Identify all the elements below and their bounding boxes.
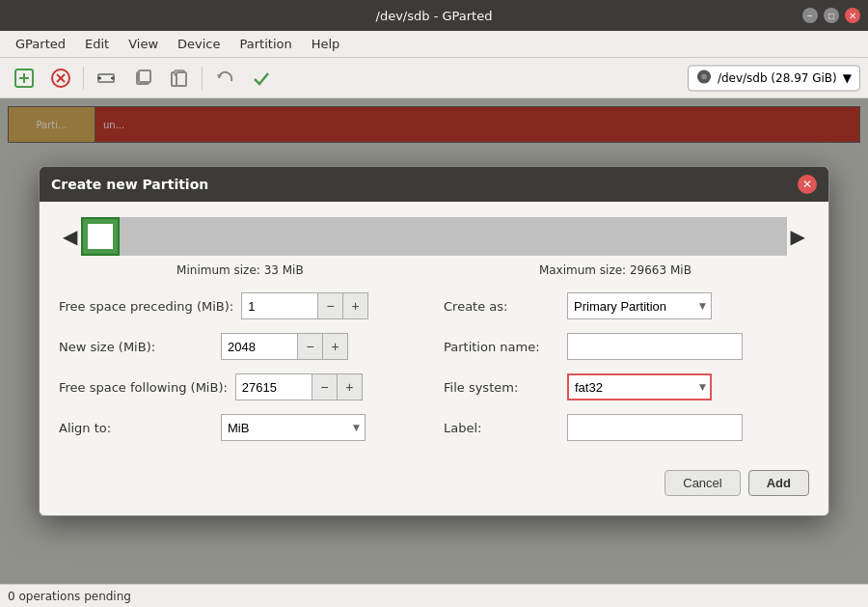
new-size-plus[interactable]: + [323,333,348,360]
size-info: Minimum size: 33 MiB Maximum size: 29663… [59,263,809,277]
label-label: Label: [444,421,559,435]
create-as-select[interactable]: Primary Partition Extended Partition Log… [567,292,712,319]
free-space-preceding-label: Free space preceding (MiB): [59,299,233,314]
device-dropdown-icon: ▼ [843,71,852,85]
window-close-button[interactable]: ✕ [845,8,860,23]
label-row: Label: [444,414,809,441]
disk-icon [696,69,712,87]
create-partition-dialog: Create new Partition ✕ ◀ ▶ Minim [39,166,829,516]
resize-move-button[interactable] [90,62,122,95]
dialog-footer: Cancel Add [59,470,809,496]
apply-button[interactable] [245,62,278,95]
visual-arrow-left[interactable]: ◀ [59,225,81,248]
cancel-button[interactable]: Cancel [665,470,740,496]
new-size-minus[interactable]: − [298,333,323,360]
toolbar: /dev/sdb (28.97 GiB) ▼ [0,58,868,98]
free-space-following-minus[interactable]: − [312,373,338,400]
create-as-label: Create as: [444,299,559,314]
free-space-following-input[interactable] [235,373,312,400]
copy-button[interactable] [126,62,159,95]
partition-green-section [81,217,120,256]
free-space-preceding-minus[interactable]: − [318,292,343,319]
dialog-body: ◀ ▶ Minimum size: 33 MiB Maximum size: 2… [40,202,828,515]
toolbar-separator-2 [202,67,203,90]
file-system-row: File system: fat32 ext4 ntfs btrfs xfs [444,373,809,400]
free-space-following-label: Free space following (MiB): [59,380,228,395]
form-left-column: Free space preceding (MiB): − + New size… [59,292,434,455]
window-title: /dev/sdb - GParted [376,9,493,23]
menu-edit[interactable]: Edit [77,35,117,53]
free-space-following-row: Free space following (MiB): − + [59,373,424,400]
create-as-row: Create as: Primary Partition Extended Pa… [444,292,809,319]
align-to-select-wrapper: MiB Cylinder None [221,414,366,441]
dialog-header: Create new Partition ✕ [40,167,828,202]
svg-rect-12 [139,70,150,82]
device-label: /dev/sdb (28.97 GiB) [718,71,837,85]
new-size-row: New size (MiB): − + [59,333,424,360]
titlebar: /dev/sdb - GParted − □ ✕ [0,0,868,31]
new-size-input-group: − + [221,333,348,360]
add-button[interactable]: Add [748,470,809,496]
menu-gparted[interactable]: GParted [8,35,73,53]
svg-rect-15 [176,72,186,86]
dialog-close-button[interactable]: ✕ [798,175,817,194]
device-selector[interactable]: /dev/sdb (28.97 GiB) ▼ [688,65,860,91]
svg-point-18 [701,73,707,79]
partition-name-input[interactable] [567,333,743,360]
new-partition-button[interactable] [8,62,41,95]
menubar: GParted Edit View Device Partition Help [0,31,868,58]
free-space-preceding-input[interactable] [241,292,318,319]
file-system-label: File system: [444,380,559,395]
free-space-preceding-row: Free space preceding (MiB): − + [59,292,424,319]
minimize-button[interactable]: − [802,8,818,23]
partition-name-label: Partition name: [444,340,559,354]
visual-arrow-right[interactable]: ▶ [787,225,809,248]
align-to-label: Align to: [59,421,213,435]
paste-button[interactable] [163,62,196,95]
free-space-following-input-group: − + [235,373,363,400]
label-input[interactable] [567,414,743,441]
toolbar-separator-1 [83,67,84,90]
partition-white-inner [88,224,113,249]
menu-help[interactable]: Help [304,35,348,53]
align-to-select[interactable]: MiB Cylinder None [221,414,366,441]
modal-overlay: Create new Partition ✕ ◀ ▶ Minim [0,98,868,584]
create-as-select-wrapper: Primary Partition Extended Partition Log… [567,292,712,319]
main-content: Parti... un... Create new Partition ✕ ◀ [0,98,868,584]
dialog-title: Create new Partition [51,177,208,192]
min-size-label: Minimum size: 33 MiB [176,263,304,277]
menu-view[interactable]: View [121,35,166,53]
menu-partition[interactable]: Partition [232,35,300,53]
partition-bar [81,217,786,256]
statusbar: 0 operations pending [0,584,868,607]
maximize-button[interactable]: □ [824,8,839,23]
delete-partition-button[interactable] [44,62,77,95]
free-space-preceding-input-group: − + [241,292,368,319]
free-space-following-plus[interactable]: + [338,373,363,400]
file-system-select-wrapper: fat32 ext4 ntfs btrfs xfs [567,373,712,400]
menu-device[interactable]: Device [170,35,228,53]
max-size-label: Maximum size: 29663 MiB [539,263,692,277]
file-system-select[interactable]: fat32 ext4 ntfs btrfs xfs [567,373,712,400]
partition-name-row: Partition name: [444,333,809,360]
partition-visual: ◀ ▶ [59,217,809,256]
align-to-row: Align to: MiB Cylinder None [59,414,424,441]
new-size-input[interactable] [221,333,298,360]
free-space-preceding-plus[interactable]: + [343,292,368,319]
window-controls: − □ ✕ [802,8,860,23]
status-text: 0 operations pending [8,590,131,603]
form-grid: Free space preceding (MiB): − + New size… [59,292,809,455]
undo-button[interactable] [208,62,241,95]
new-size-label: New size (MiB): [59,340,213,354]
form-right-column: Create as: Primary Partition Extended Pa… [434,292,809,455]
